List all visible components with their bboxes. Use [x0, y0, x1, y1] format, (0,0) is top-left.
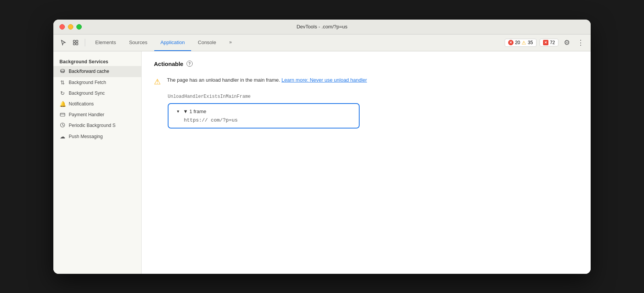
- frame-id: UnloadHandlerExistsInMainFrame: [168, 94, 578, 99]
- payment-handler-icon: [59, 112, 66, 118]
- title-bar: DevTools - .com/?p=us: [53, 20, 591, 35]
- sidebar-item-label: Notifications: [69, 101, 94, 107]
- sidebar-item-push-messaging[interactable]: ☁ Push Messaging: [53, 131, 141, 142]
- sidebar-item-back-forward-cache[interactable]: Back/forward cache: [53, 66, 141, 77]
- tab-elements[interactable]: Elements: [89, 35, 122, 51]
- tab-console[interactable]: Console: [192, 35, 223, 51]
- more-arrow-icon: »: [229, 40, 232, 45]
- sidebar-item-label: Periodic Background S: [69, 123, 116, 128]
- console-error-icon: ✕: [543, 40, 548, 45]
- frame-url: https:// com/?p=us: [176, 117, 351, 123]
- svg-line-9: [63, 125, 64, 126]
- warning-row: ⚠ The page has an unload handler in the …: [154, 76, 578, 86]
- traffic-lights: [59, 24, 82, 30]
- svg-rect-1: [76, 40, 78, 42]
- tab-sources[interactable]: Sources: [123, 35, 154, 51]
- main-panel: Actionable ? ⚠ The page has an unload ha…: [142, 51, 591, 274]
- sidebar-item-periodic-background[interactable]: Periodic Background S: [53, 120, 141, 131]
- tab-bar: Elements Sources Application Console »: [89, 35, 238, 51]
- error-count: 20: [515, 40, 520, 45]
- warning-message: The page has an unload handler in the ma…: [167, 76, 367, 84]
- sidebar-item-label: Back/forward cache: [69, 69, 109, 74]
- main-content: Background Services Back/forward cache ⇅…: [53, 51, 591, 274]
- maximize-button[interactable]: [76, 24, 82, 30]
- sidebar-item-label: Push Messaging: [69, 134, 103, 139]
- tab-application[interactable]: Application: [154, 35, 191, 51]
- frame-count: ▼ 1 frame: [183, 109, 206, 114]
- error-icon: ✕: [508, 40, 514, 45]
- triangle-icon: ▼: [176, 109, 180, 114]
- section-title: Actionable ?: [154, 61, 578, 67]
- console-error-count: 72: [550, 40, 555, 45]
- cursor-icon[interactable]: [58, 37, 69, 48]
- sidebar-item-label: Background Fetch: [69, 80, 106, 85]
- settings-button[interactable]: ⚙: [561, 37, 572, 48]
- frame-box: ▼ ▼ 1 frame https:// com/?p=us: [168, 103, 360, 128]
- push-messaging-icon: ☁: [59, 133, 66, 140]
- warning-text-content: The page has an unload handler in the ma…: [167, 77, 280, 83]
- sidebar-item-background-sync[interactable]: ↻ Background Sync: [53, 88, 141, 99]
- svg-rect-2: [73, 43, 75, 45]
- minimize-button[interactable]: [68, 24, 73, 30]
- warning-count: 35: [528, 40, 533, 45]
- devtools-window: DevTools - .com/?p=us Elements Sources A…: [53, 20, 591, 274]
- warning-icon: ⚠: [522, 40, 526, 46]
- svg-rect-3: [76, 43, 78, 45]
- notifications-icon: 🔔: [59, 101, 66, 107]
- tab-more[interactable]: »: [223, 35, 238, 51]
- section-title-text: Actionable: [154, 61, 183, 67]
- close-button[interactable]: [59, 24, 65, 30]
- svg-rect-0: [73, 40, 75, 42]
- more-options-button[interactable]: ⋮: [575, 37, 586, 48]
- svg-point-4: [61, 69, 64, 71]
- window-title: DevTools - .com/?p=us: [297, 24, 348, 30]
- inspector-icon[interactable]: [70, 37, 81, 48]
- back-forward-cache-icon: [59, 68, 66, 75]
- warning-circle-icon: ⚠: [154, 77, 161, 86]
- sidebar-item-notifications[interactable]: 🔔 Notifications: [53, 99, 141, 109]
- console-errors-badge[interactable]: ✕ 72: [540, 39, 558, 46]
- sidebar-item-label: Background Sync: [69, 91, 105, 96]
- learn-more-link[interactable]: Learn more: Never use unload handler: [282, 77, 367, 83]
- sidebar: Background Services Back/forward cache ⇅…: [53, 51, 142, 274]
- help-icon[interactable]: ?: [187, 61, 193, 67]
- sidebar-section-title: Background Services: [53, 56, 141, 66]
- sidebar-item-label: Payment Handler: [69, 112, 104, 117]
- svg-rect-5: [60, 113, 65, 116]
- frame-header[interactable]: ▼ ▼ 1 frame: [176, 109, 351, 114]
- background-fetch-icon: ⇅: [59, 79, 66, 86]
- background-sync-icon: ↻: [59, 90, 66, 96]
- toolbar: Elements Sources Application Console » ✕…: [53, 35, 591, 51]
- periodic-background-icon: [59, 122, 66, 129]
- error-warning-badge[interactable]: ✕ 20 ⚠ 35: [505, 39, 537, 47]
- toolbar-right: ✕ 20 ⚠ 35 ✕ 72 ⚙ ⋮: [505, 37, 586, 48]
- sidebar-item-payment-handler[interactable]: Payment Handler: [53, 109, 141, 120]
- separator-1: [85, 39, 85, 46]
- sidebar-item-background-fetch[interactable]: ⇅ Background Fetch: [53, 77, 141, 88]
